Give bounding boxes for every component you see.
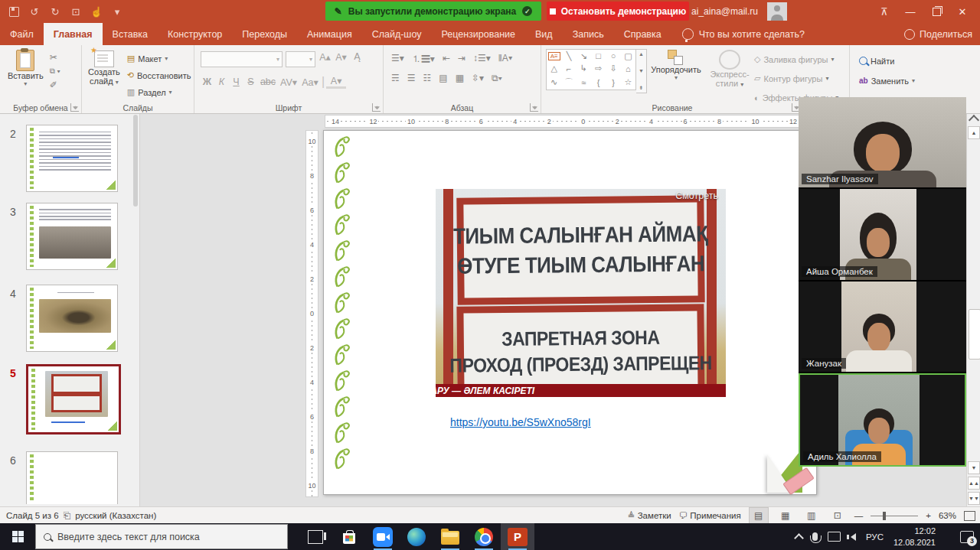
thumbnail-slide-6[interactable]: 6 <box>0 451 139 504</box>
thumbnail-slide-5-selected[interactable]: 5 <box>0 364 139 434</box>
taskbar-powerpoint-active[interactable]: P <box>501 523 534 550</box>
align-text-icon[interactable]: ⇳▾ <box>472 73 484 83</box>
zoom-slider-thumb[interactable] <box>883 512 886 520</box>
tab-1[interactable]: Главная <box>44 23 103 45</box>
shape-glyph[interactable]: ∿ <box>550 77 557 87</box>
shape-glyph[interactable]: ╲ <box>567 51 572 61</box>
tab-9[interactable]: Запись <box>563 23 614 45</box>
tab-8[interactable]: Вид <box>525 23 563 45</box>
replace-button[interactable]: abЗаменить▾ <box>859 73 980 89</box>
account-email[interactable]: ai_aina@mail.ru <box>691 0 758 23</box>
sign-photo[interactable]: ТИЫМ САЛЫНҒАН АЙМАҚ ӨТУГЕ ТИЫМ САЛЫНҒАН … <box>436 189 726 397</box>
line-spacing-icon[interactable]: ↕☰▾ <box>473 53 491 66</box>
stop-sharing-button[interactable]: Остановить демонстрацию <box>547 2 689 21</box>
tab-7[interactable]: Рецензирование <box>431 23 525 45</box>
collapse-ribbon-icon[interactable] <box>969 115 979 125</box>
shapes-gallery[interactable]: A≡╲↘□○▢△⌐↳⇨⇩⌂∿⌒≈{}☆ <box>546 49 636 90</box>
horizontal-ruler[interactable]: 1412108642024681012 <box>325 115 804 128</box>
shape-glyph[interactable]: { <box>597 78 600 87</box>
fit-to-window-icon[interactable] <box>964 511 975 521</box>
shape-glyph[interactable]: ⌂ <box>626 64 631 73</box>
shape-glyph[interactable]: ⇩ <box>609 63 616 73</box>
copy-icon[interactable]: ⧉ ▾ <box>50 67 60 76</box>
columns-icon[interactable]: ▦ <box>456 73 464 83</box>
reading-view-button[interactable]: ▥ <box>802 508 821 523</box>
smartart-icon[interactable]: ⧉▾ <box>492 73 502 83</box>
notes-button[interactable]: ≜ Заметки <box>628 510 671 521</box>
thumbnail-slide-3[interactable]: 3 <box>0 203 139 270</box>
underline-button[interactable]: Ч <box>230 76 243 87</box>
speaker-icon[interactable] <box>851 533 856 541</box>
taskbar-edge[interactable] <box>400 523 433 550</box>
font-name-combo[interactable]: ▾ <box>201 51 283 67</box>
start-slideshow-icon[interactable]: ⊡ <box>70 5 82 18</box>
font-color-button[interactable]: А▾ <box>326 75 346 89</box>
slide-canvas[interactable]: ТИЫМ САЛЫНҒАН АЙМАҚ ӨТУГЕ ТИЫМ САЛЫНҒАН … <box>323 130 817 495</box>
scrollbar-thumb[interactable] <box>969 309 980 360</box>
new-slide-button[interactable]: Создать слайд ▾ <box>88 45 120 100</box>
taskbar-file-explorer[interactable] <box>433 523 467 550</box>
watch-overlay-label[interactable]: Смотреть <box>675 190 718 201</box>
scroll-up-button[interactable]: ▲ <box>968 126 980 139</box>
notification-center-icon[interactable]: 3 <box>960 531 974 543</box>
microphone-icon[interactable] <box>812 532 818 541</box>
shape-glyph[interactable]: A≡ <box>548 52 560 60</box>
participant-video[interactable]: Sanzhar Ilyassov <box>799 97 966 187</box>
align-right-icon[interactable]: ☷ <box>423 73 432 83</box>
previous-slide-button[interactable]: ▲▲ <box>968 477 980 490</box>
clear-format-icon[interactable]: Ą <box>351 51 364 67</box>
strikethrough-button[interactable]: abc <box>259 76 277 87</box>
shape-glyph[interactable]: ⌐ <box>567 64 571 73</box>
quick-styles-button[interactable]: Экспресс- стили ▾ <box>705 45 754 106</box>
layout-button[interactable]: ▤Макет▾ <box>127 50 191 67</box>
customize-qat-icon[interactable]: ▾ <box>111 5 123 18</box>
tab-5[interactable]: Анимация <box>297 23 362 45</box>
comments-button[interactable]: 🗩 Примечания <box>679 511 741 520</box>
grow-font-icon[interactable]: A▴ <box>318 51 332 67</box>
align-left-icon[interactable]: ☴ <box>391 73 400 83</box>
tell-me-box[interactable]: Что вы хотите сделать? <box>682 23 805 45</box>
change-case-button[interactable]: Аа▾ <box>300 76 320 88</box>
shape-outline-button[interactable]: ▱Контур фигуры▾ <box>754 70 838 86</box>
decrease-indent-icon[interactable]: ⇤ <box>443 53 450 66</box>
taskbar-store[interactable] <box>332 523 366 550</box>
increase-indent-icon[interactable]: ⇥ <box>458 53 466 66</box>
redo-icon[interactable]: ↻ <box>49 5 61 18</box>
tray-expand-icon[interactable] <box>794 533 804 543</box>
paste-button[interactable]: Вставить▾ <box>8 45 44 90</box>
shadow-button[interactable]: S <box>244 76 257 87</box>
restore-button[interactable] <box>925 0 948 23</box>
zoom-level[interactable]: 63% <box>939 511 956 520</box>
thumbnail-slide-4[interactable]: 4 <box>0 285 139 352</box>
tab-10[interactable]: Справка <box>614 23 671 45</box>
screen-share-icon[interactable] <box>828 532 841 542</box>
minimize-button[interactable]: — <box>899 0 922 23</box>
tray-clock[interactable]: 12:02 12.08.2021 <box>893 526 936 548</box>
touch-mode-icon[interactable]: ☝ <box>90 5 103 18</box>
ribbon-display-options-icon[interactable]: ⊼ <box>873 0 896 23</box>
task-view-button[interactable] <box>299 523 332 550</box>
font-dialog-launcher[interactable] <box>372 103 381 112</box>
shapes-gallery-scrollbar[interactable]: ▲▼⇟ <box>636 49 647 93</box>
accessibility-icon[interactable]: ⎗ <box>64 510 71 521</box>
section-button[interactable]: ▥Раздел▾ <box>127 84 191 100</box>
shape-glyph[interactable]: ☆ <box>624 77 632 87</box>
next-slide-button[interactable]: ▼▼ <box>968 492 980 505</box>
thumbnail-panel-scrollbar[interactable] <box>133 115 138 207</box>
start-button[interactable] <box>0 523 35 550</box>
slide-sorter-button[interactable]: ▦ <box>776 508 795 523</box>
vertical-ruler[interactable]: 1086420246810 <box>305 130 318 497</box>
shape-glyph[interactable]: □ <box>596 51 601 60</box>
numbering-icon[interactable]: ⒈☰▾ <box>412 53 435 66</box>
shape-glyph[interactable]: ↳ <box>580 63 587 73</box>
tab-0[interactable]: Файл <box>0 23 44 45</box>
share-button[interactable]: Поделиться <box>904 23 972 45</box>
justify-icon[interactable]: ▤ <box>439 73 447 83</box>
slideshow-button[interactable]: ⊡ <box>828 508 847 523</box>
youtube-link[interactable]: https://youtu.be/S5wXno58rgI <box>450 416 591 428</box>
participant-video[interactable]: Жанузак <box>799 282 966 372</box>
thumbnail-slide-2[interactable]: 2 <box>0 125 139 192</box>
tab-4[interactable]: Переходы <box>232 23 297 45</box>
tab-6[interactable]: Слайд-шоу <box>362 23 432 45</box>
shape-glyph[interactable]: △ <box>550 63 557 73</box>
